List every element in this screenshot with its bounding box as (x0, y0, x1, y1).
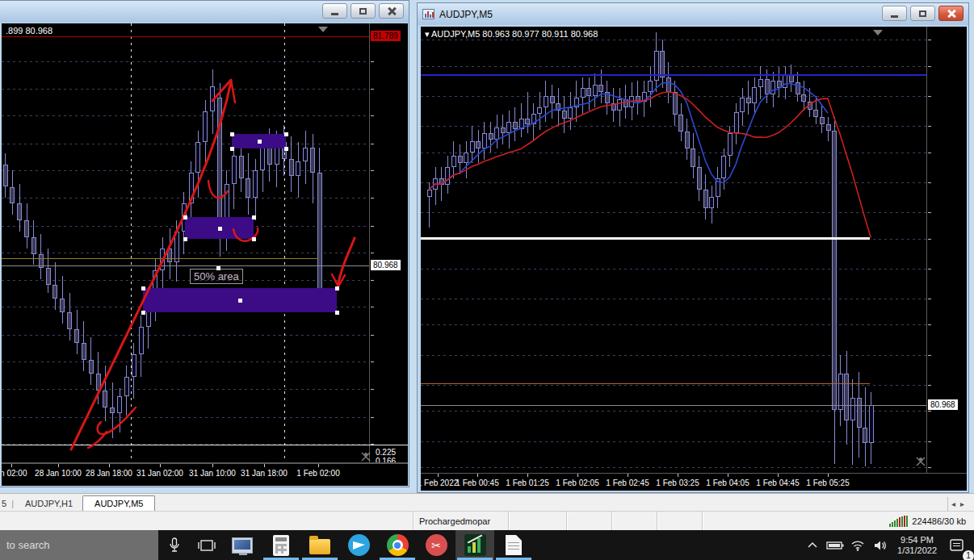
taskbar-app-snipping-tool-icon[interactable]: ✂ (417, 530, 456, 560)
candle-body (636, 96, 640, 102)
candle-body (660, 51, 665, 77)
microphone-icon[interactable] (158, 530, 191, 560)
tab-scroll-left-icon[interactable]: ◂ (951, 499, 955, 508)
taskbar: to search ✂ (0, 530, 974, 560)
taskbar-app-notepad-icon[interactable] (494, 530, 533, 560)
tray-chevron-icon[interactable] (802, 530, 823, 560)
indicator-pane-separator[interactable] (2, 445, 408, 445)
right-time-axis[interactable]: 1 Feb 20221 Feb 00:451 Feb 01:251 Feb 02… (421, 473, 967, 491)
right-plot-area[interactable] (421, 27, 926, 473)
candle-body (232, 156, 237, 184)
price-axis-label: 81.305 (933, 148, 958, 157)
minimize-button[interactable] (322, 3, 347, 19)
taskbar-app-calculator-icon[interactable] (262, 530, 300, 560)
tab-audjpy-h1[interactable]: AUDJPY,H1 (15, 496, 82, 511)
selection-handle[interactable] (141, 311, 145, 315)
price-gridline (2, 253, 369, 253)
time-tick (628, 474, 628, 477)
selection-handle[interactable] (230, 132, 234, 136)
restore-button[interactable] (351, 3, 376, 19)
taskbar-app-telegram-icon[interactable] (339, 530, 378, 560)
time-tick (11, 464, 12, 467)
candle-body (439, 178, 444, 184)
price-axis-label: 81.015 (376, 248, 401, 257)
price-level-line (421, 74, 926, 76)
notification-center-icon[interactable]: 1 (943, 530, 971, 560)
tab-scroll-right-icon[interactable]: ▸ (960, 499, 964, 508)
selection-handle[interactable] (335, 311, 339, 315)
candle-body (598, 85, 603, 92)
label-anchor-handle[interactable] (216, 266, 220, 270)
selection-handle[interactable] (141, 286, 145, 290)
symbol-dropdown-icon[interactable]: ▾ (425, 29, 430, 39)
right-price-axis[interactable]: 81.45581.42081.38081.34081.30581.26581.2… (926, 27, 967, 473)
taskbar-search[interactable]: to search (0, 530, 158, 560)
candle-body (568, 107, 573, 119)
fifty-percent-area-label[interactable]: 50% area (190, 269, 243, 284)
selection-handle[interactable] (335, 286, 339, 290)
taskbar-app-metatrader-icon[interactable] (456, 530, 494, 560)
clipped-tab[interactable]: 5 (0, 496, 10, 511)
candle-wick (527, 92, 528, 133)
selection-handle[interactable] (258, 140, 262, 144)
taskbar-app-monitor-icon[interactable] (223, 530, 262, 560)
candle-body (139, 327, 144, 355)
candle-body (642, 92, 647, 102)
selection-handle[interactable] (252, 215, 256, 219)
taskbar-app-file-explorer-icon[interactable] (300, 530, 339, 560)
selection-handle[interactable] (183, 215, 187, 219)
price-axis-label: 81.340 (933, 121, 958, 131)
close-button[interactable] (379, 3, 404, 19)
candle-body (537, 107, 542, 114)
selection-handle[interactable] (284, 132, 288, 136)
left-window-titlebar[interactable] (0, 1, 409, 23)
right-chart-window: AUDJPY,M5 ▾ AUDJPY,M5 80.963 80.977 80.9… (417, 2, 969, 493)
time-tick (577, 474, 578, 477)
candle-body (783, 75, 787, 89)
battery-icon[interactable] (825, 530, 846, 560)
candle-body (734, 112, 739, 133)
candle-body (752, 87, 757, 103)
selection-handle[interactable] (252, 237, 256, 241)
candle-body (210, 86, 215, 111)
price-axis-label: 81.210 (376, 193, 401, 203)
tab-audjpy-m5[interactable]: AUDJPY,M5 (82, 495, 155, 511)
price-level-line (2, 36, 369, 37)
candle-body (863, 428, 867, 443)
candle-body (820, 117, 825, 124)
selection-handle[interactable] (218, 227, 222, 231)
taskbar-app-chrome-icon[interactable] (378, 530, 417, 560)
minimize-button[interactable] (882, 6, 907, 21)
chart-shift-marker-icon[interactable] (873, 30, 883, 36)
chart-window-icon (422, 9, 435, 19)
taskbar-clock[interactable]: 9:54 PM 1/31/2022 (892, 535, 942, 556)
right-window-titlebar[interactable]: AUDJPY,M5 (418, 3, 968, 25)
selection-handle[interactable] (183, 237, 187, 241)
selection-handle[interactable] (284, 147, 288, 151)
chart-shift-marker-icon[interactable] (318, 27, 328, 32)
left-time-axis[interactable]: an 02:0028 Jan 10:0028 Jan 18:0031 Jan 0… (2, 463, 408, 486)
candle-body (550, 96, 555, 103)
time-tick (828, 474, 829, 477)
candle-body (3, 165, 8, 187)
selection-handle[interactable] (238, 299, 242, 303)
candle-body (82, 343, 86, 360)
system-tray: 9:54 PM 1/31/2022 1 (802, 530, 974, 560)
candle-body (623, 99, 628, 107)
selection-handle[interactable] (230, 147, 234, 151)
left-price-axis[interactable]: 81.70081.60081.50581.40581.31081.21081.1… (369, 23, 408, 463)
close-button[interactable] (938, 6, 964, 21)
restore-button[interactable] (910, 6, 935, 21)
candle-body (246, 178, 250, 198)
left-chart[interactable]: .899 80.968 81.70081.60081.50581.40581.3… (2, 23, 408, 486)
candle-body (451, 156, 456, 167)
right-chart[interactable]: ▾ AUDJPY,M5 80.963 80.977 80.911 80.968 … (421, 27, 967, 491)
close-icon (947, 10, 955, 18)
volume-icon[interactable] (870, 530, 891, 560)
tab-divider: | (10, 496, 15, 511)
wifi-icon[interactable] (847, 530, 868, 560)
price-level-line (421, 237, 870, 240)
candle-body (203, 111, 208, 142)
candle-body (777, 81, 782, 88)
task-view-button[interactable] (191, 530, 223, 560)
